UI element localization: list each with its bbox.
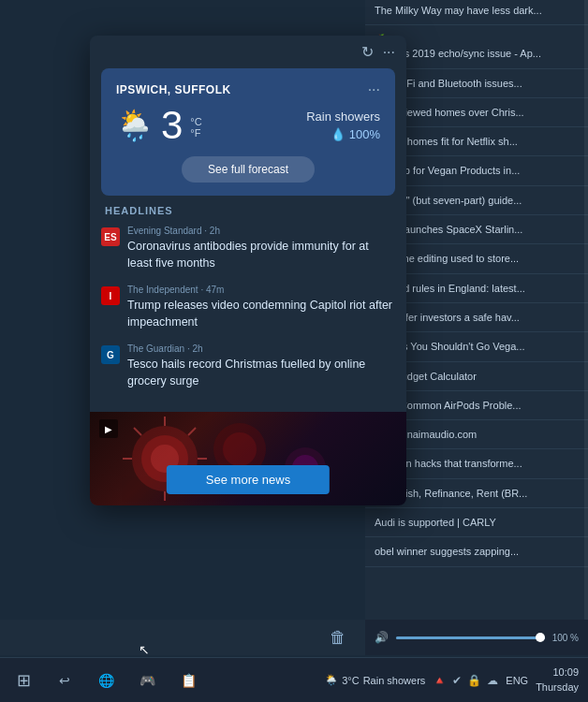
- back-icon[interactable]: ↩: [45, 658, 84, 703]
- more-options-icon[interactable]: ···: [383, 44, 395, 61]
- taskbar-weather: 🌦️ 3°C Rain showers: [325, 674, 425, 686]
- headline-content: Evening Standard · 2hCoronavirus antibod…: [127, 226, 395, 271]
- headlines-section: HEADLINES ESEvening Standard · 2hCoronav…: [90, 205, 406, 412]
- cloud-icon[interactable]: ☁: [487, 674, 498, 687]
- weather-card: IPSWICH, SUFFOLK ··· 🌦️ 3 °C °F Rain sho…: [101, 68, 395, 196]
- forecast-button[interactable]: See full forecast: [182, 156, 315, 183]
- source-icon: G: [101, 345, 120, 364]
- weather-units: °C °F: [190, 116, 201, 139]
- weather-description: Rain showers: [306, 110, 380, 124]
- delete-icon[interactable]: 🗑: [330, 628, 346, 648]
- headlines-title: HEADLINES: [101, 205, 395, 216]
- action-bar: 🗑: [0, 620, 365, 655]
- svg-line-12: [188, 428, 196, 435]
- volume-label: 100 %: [552, 633, 579, 643]
- widget-panel: ↻ ··· IPSWICH, SUFFOLK ··· 🌦️ 3 °C °F Ra…: [90, 36, 406, 505]
- weather-temperature: 3: [161, 106, 183, 145]
- start-icon[interactable]: ⊞: [4, 658, 43, 703]
- taskbar-weather-icon: 🌦️: [325, 674, 338, 686]
- volume-fill: [396, 636, 545, 639]
- taskbar-right: 🌦️ 3°C Rain showers 🔺 ✔ 🔒 ☁ ENG 10:09 Th…: [325, 665, 588, 695]
- volume-track[interactable]: [396, 636, 545, 639]
- right-panel-item[interactable]: Audi is supported | CARLY: [365, 508, 588, 537]
- video-play-icon[interactable]: ▶: [99, 419, 118, 438]
- item-text: Audi is supported | CARLY: [375, 517, 496, 528]
- headline-content: The Guardian · 2hTesco hails record Chri…: [127, 344, 395, 389]
- network-icon[interactable]: 🔺: [433, 674, 447, 687]
- weather-details: Rain showers 💧 100%: [306, 110, 380, 141]
- refresh-icon[interactable]: ↻: [361, 43, 374, 61]
- svg-point-4: [223, 432, 257, 466]
- taskbar-language: ENG: [506, 675, 528, 686]
- item-text: The Milky Way may have less dark...: [375, 5, 542, 16]
- lock-icon[interactable]: 🔒: [467, 674, 481, 687]
- headline-text: Coronavirus antibodies provide immunity …: [127, 239, 395, 271]
- item-text: obel winner suggests zapping...: [375, 546, 519, 557]
- volume-slider-area: 🔊 100 %: [365, 620, 588, 655]
- raindrop-icon: 💧: [331, 127, 345, 141]
- taskbar-sys-icons: 🔺 ✔ 🔒 ☁: [433, 674, 498, 687]
- taskbar-app-2[interactable]: 🎮: [127, 658, 167, 703]
- taskbar-app-1[interactable]: 🌐: [86, 658, 125, 703]
- video-section: ▶ See more news: [90, 412, 406, 505]
- headline-meta: The Guardian · 2h: [127, 344, 395, 354]
- weather-precipitation: 💧 100%: [306, 127, 380, 141]
- headline-meta: Evening Standard · 2h: [127, 226, 395, 236]
- volume-thumb[interactable]: [536, 633, 545, 642]
- taskbar-clock: 10:09 Thursday: [536, 665, 579, 695]
- right-panel-item[interactable]: obel winner suggests zapping...: [365, 537, 588, 566]
- right-panel-item[interactable]: The Milky Way may have less dark...: [365, 0, 588, 25]
- slider-icon: 🔊: [375, 631, 389, 644]
- headline-text: Trump releases video condemning Capitol …: [127, 298, 395, 330]
- taskbar-app-3[interactable]: 📋: [169, 658, 208, 703]
- headline-text: Tesco hails record Christmas fuelled by …: [127, 357, 395, 389]
- taskbar-weather-temp: 3°C: [342, 675, 359, 686]
- weather-options-icon[interactable]: ···: [368, 81, 380, 98]
- taskbar: ⊞ ↩ 🌐 🎮 📋 🌦️ 3°C Rain showers 🔺 ✔ 🔒 ☁ EN…: [0, 657, 588, 702]
- shield-icon[interactable]: ✔: [452, 674, 462, 687]
- taskbar-weather-desc: Rain showers: [363, 675, 426, 686]
- scrollbar[interactable]: [584, 0, 588, 655]
- headline-item[interactable]: IThe Independent · 47mTrump releases vid…: [101, 285, 395, 330]
- taskbar-time-value: 10:09: [536, 665, 579, 680]
- widget-header: ↻ ···: [90, 36, 406, 68]
- taskbar-left-icons: ⊞ ↩ 🌐 🎮 📋: [0, 658, 208, 703]
- source-icon: I: [101, 286, 120, 305]
- svg-line-11: [134, 428, 141, 435]
- headline-content: The Independent · 47mTrump releases vide…: [127, 285, 395, 330]
- source-icon: ES: [101, 227, 120, 246]
- headlines-list: ESEvening Standard · 2hCoronavirus antib…: [101, 226, 395, 389]
- see-more-button[interactable]: See more news: [167, 465, 330, 494]
- mouse-cursor: ↖: [139, 642, 150, 657]
- taskbar-day: Thursday: [536, 680, 579, 695]
- weather-icon: 🌦️: [116, 108, 154, 143]
- headline-item[interactable]: GThe Guardian · 2hTesco hails record Chr…: [101, 344, 395, 389]
- weather-location: IPSWICH, SUFFOLK: [116, 83, 231, 96]
- headline-item[interactable]: ESEvening Standard · 2hCoronavirus antib…: [101, 226, 395, 271]
- headline-meta: The Independent · 47m: [127, 285, 395, 295]
